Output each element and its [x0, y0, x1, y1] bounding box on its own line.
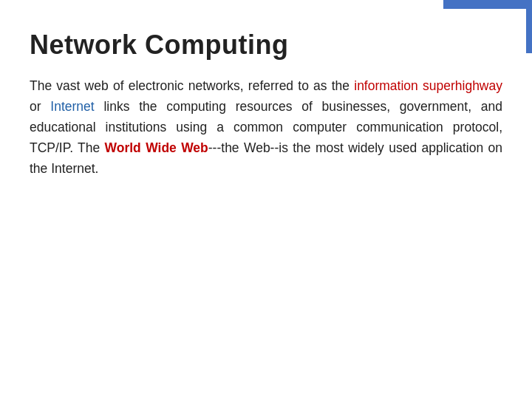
text-part2: or — [30, 99, 50, 114]
text-part1: The vast web of electronic networks, ref… — [30, 78, 354, 93]
text-information-superhighway: information superhighway — [354, 78, 502, 93]
slide-content: The vast web of electronic networks, ref… — [30, 75, 502, 179]
accent-bar-top — [443, 0, 532, 9]
accent-bar-right — [526, 9, 532, 53]
slide: Network Computing The vast web of electr… — [0, 0, 532, 399]
slide-title: Network Computing — [30, 30, 502, 61]
text-world-wide-web: World Wide Web — [105, 140, 208, 155]
text-internet: Internet — [50, 99, 94, 114]
